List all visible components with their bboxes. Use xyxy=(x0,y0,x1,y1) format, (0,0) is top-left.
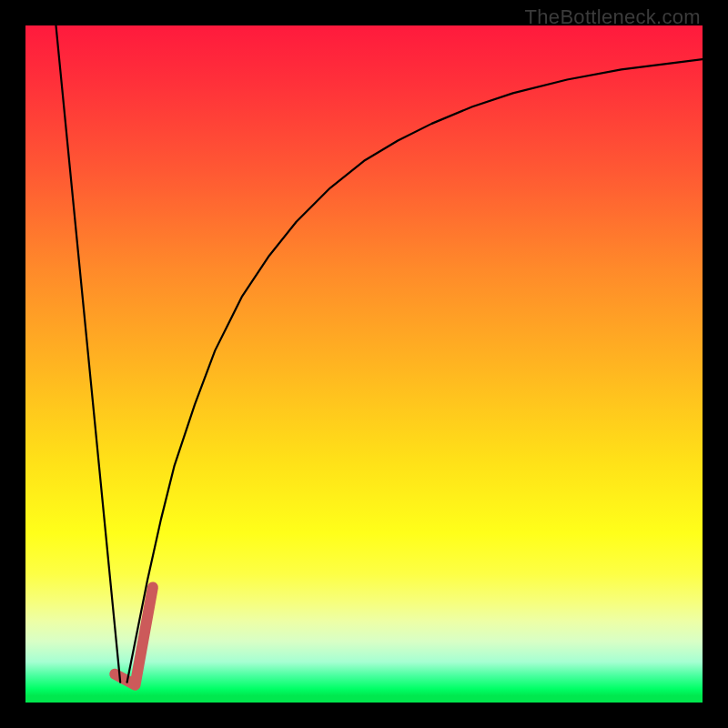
plot-area xyxy=(25,25,703,703)
series-marker-tick xyxy=(115,588,153,685)
chart-frame: TheBottleneck.com xyxy=(0,0,728,728)
chart-svg xyxy=(25,25,703,703)
series-left-line xyxy=(56,25,120,682)
series-right-curve xyxy=(127,59,703,682)
